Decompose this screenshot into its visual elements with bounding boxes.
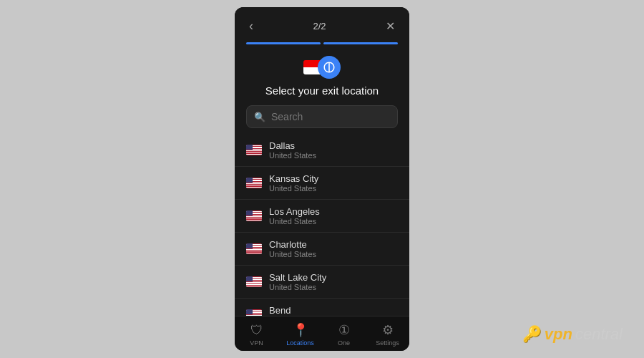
list-item[interactable]: Kansas City United States — [235, 167, 409, 200]
country-name: United States — [269, 283, 326, 291]
location-text: Charlotte United States — [269, 239, 316, 258]
vpn-nav-icon: 🛡 — [250, 323, 263, 338]
phone-frame: ‹ 2/2 ✕ Select your exit location 🔍 Dall… — [235, 7, 409, 351]
back-button[interactable]: ‹ — [246, 16, 256, 37]
search-input[interactable] — [271, 111, 396, 122]
nav-item-settings[interactable]: ⚙ Settings — [366, 321, 409, 348]
icon-area — [235, 44, 409, 84]
city-name: Dallas — [269, 140, 316, 151]
one-nav-icon: ① — [338, 322, 350, 338]
search-icon: 🔍 — [254, 112, 265, 122]
watermark-central: central — [575, 325, 623, 344]
watermark-vpn: vpn — [545, 325, 572, 344]
list-item[interactable]: Dallas United States — [235, 134, 409, 167]
city-name: Bend — [269, 305, 316, 316]
progress-bar — [235, 37, 409, 44]
country-name: United States — [269, 250, 316, 258]
nav-item-locations[interactable]: 📍 Locations — [278, 321, 322, 348]
list-item[interactable]: Los Angeles United States — [235, 200, 409, 233]
us-flag-icon — [246, 211, 262, 221]
us-flag-icon — [246, 243, 262, 254]
close-button[interactable]: ✕ — [383, 16, 398, 36]
page-title: Select your exit location — [235, 84, 409, 105]
key-icon: 🔑 — [522, 325, 542, 344]
location-text: Bend United States — [269, 305, 316, 316]
location-text: Los Angeles United States — [269, 206, 320, 226]
country-name: United States — [269, 151, 316, 160]
page-indicator: 2/2 — [313, 21, 326, 32]
list-item[interactable]: Bend United States — [235, 299, 409, 316]
us-flag-icon — [246, 178, 262, 188]
city-name: Kansas City — [269, 173, 318, 184]
nav-item-one[interactable]: ① One — [322, 321, 366, 348]
bottom-nav: 🛡 VPN 📍 Locations ① One ⚙ Settings — [235, 316, 409, 351]
vpn-badge-icon — [318, 56, 341, 79]
list-item[interactable]: Charlotte United States — [235, 233, 409, 266]
country-name: United States — [269, 217, 320, 226]
us-flag-icon — [246, 309, 262, 316]
locations-nav-icon: 📍 — [293, 322, 308, 338]
globe-icon — [323, 61, 336, 74]
us-flag-icon — [246, 145, 262, 155]
city-name: Charlotte — [269, 239, 316, 250]
location-text: Dallas United States — [269, 140, 316, 160]
us-flag-icon — [246, 276, 262, 287]
search-bar[interactable]: 🔍 — [246, 105, 398, 128]
settings-nav-label: Settings — [376, 339, 399, 347]
city-name: Salt Lake City — [269, 272, 326, 283]
country-name: United States — [269, 184, 318, 193]
city-name: Los Angeles — [269, 206, 320, 217]
location-list: Dallas United States Kansas City United … — [235, 134, 409, 316]
watermark: 🔑 vpn central — [522, 325, 623, 344]
settings-nav-icon: ⚙ — [382, 322, 394, 338]
top-bar: ‹ 2/2 ✕ — [235, 7, 409, 37]
location-text: Kansas City United States — [269, 173, 318, 193]
list-item[interactable]: Salt Lake City United States — [235, 266, 409, 299]
one-nav-label: One — [338, 339, 350, 347]
vpn-nav-label: VPN — [250, 339, 263, 347]
locations-nav-label: Locations — [286, 339, 314, 347]
nav-item-vpn[interactable]: 🛡 VPN — [235, 321, 278, 348]
location-text: Salt Lake City United States — [269, 272, 326, 291]
